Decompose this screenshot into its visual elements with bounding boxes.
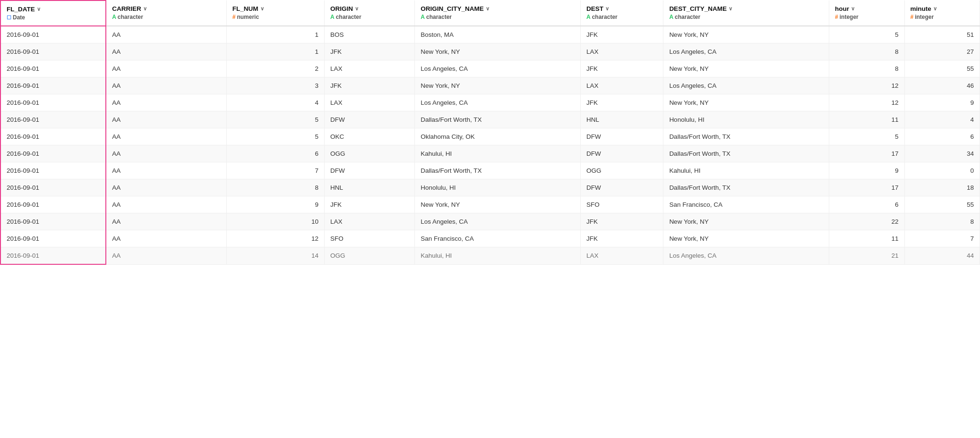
cell-fl_num: 8 [226,179,324,196]
cell-fl_num: 6 [226,145,324,162]
col-header-minute[interactable]: minute ∨#integer [904,0,980,26]
cell-origin: HNL [325,179,415,196]
cell-minute: 4 [904,111,980,128]
cell-fl_date: 2016-09-01 [0,128,106,145]
sort-icon-fl_num[interactable]: ∨ [260,6,264,12]
cell-minute: 55 [904,60,980,77]
cell-carrier: AA [106,77,226,94]
cell-minute: 44 [904,247,980,265]
cell-minute: 51 [904,26,980,43]
cell-hour: 8 [829,43,904,60]
sort-icon-carrier[interactable]: ∨ [143,6,147,12]
cell-dest_city: New York, NY [663,230,829,247]
cell-origin: OGG [325,145,415,162]
col-name-hour: hour [835,5,849,12]
cell-dest: JFK [581,230,663,247]
cell-carrier: AA [106,43,226,60]
cell-origin: LAX [325,94,415,111]
col-header-dest_city[interactable]: DEST_CITY_NAME ∨Acharacter [663,0,829,26]
type-icon-dest_city: A [669,14,673,20]
cell-dest: JFK [581,94,663,111]
type-icon-carrier: A [112,14,116,20]
sort-icon-dest_city[interactable]: ∨ [729,6,732,12]
cell-fl_num: 3 [226,77,324,94]
type-label-fl_num: numeric [237,14,259,20]
col-header-top-dest: DEST ∨ [586,5,657,12]
cell-origin_city: Oklahoma City, OK [415,128,581,145]
col-type-fl_num: #numeric [232,14,318,20]
type-label-dest: character [592,14,618,20]
col-header-fl_num[interactable]: FL_NUM ∨#numeric [226,0,324,26]
sort-icon-origin_city[interactable]: ∨ [486,6,490,12]
cell-carrier: AA [106,179,226,196]
cell-dest_city: New York, NY [663,60,829,77]
cell-dest: HNL [581,111,663,128]
sort-icon-minute[interactable]: ∨ [933,6,937,12]
cell-origin: SFO [325,230,415,247]
cell-origin: LAX [325,60,415,77]
col-type-hour: #integer [835,14,898,20]
col-header-top-minute: minute ∨ [911,5,974,12]
cell-dest_city: San Francisco, CA [663,196,829,213]
cell-minute: 6 [904,128,980,145]
cell-fl_date: 2016-09-01 [0,196,106,213]
cell-fl_num: 5 [226,111,324,128]
cell-hour: 17 [829,179,904,196]
col-header-hour[interactable]: hour ∨#integer [829,0,904,26]
col-header-dest[interactable]: DEST ∨Acharacter [581,0,663,26]
sort-icon-origin[interactable]: ∨ [355,6,359,12]
col-name-carrier: CARRIER [112,5,141,12]
cell-fl_num: 12 [226,230,324,247]
cell-fl_num: 1 [226,43,324,60]
cell-carrier: AA [106,162,226,179]
type-icon-minute: # [911,14,914,20]
col-type-dest: Acharacter [586,14,657,20]
col-header-fl_date[interactable]: FL_DATE ∨☐Date [0,0,106,26]
cell-hour: 5 [829,128,904,145]
cell-origin_city: Boston, MA [415,26,581,43]
type-icon-hour: # [835,14,838,20]
cell-fl_num: 14 [226,247,324,265]
cell-fl_date: 2016-09-01 [0,26,106,43]
col-header-origin_city[interactable]: ORIGIN_CITY_NAME ∨Acharacter [415,0,581,26]
cell-dest_city: Honolulu, HI [663,111,829,128]
cell-carrier: AA [106,60,226,77]
cell-hour: 8 [829,60,904,77]
col-header-carrier[interactable]: CARRIER ∨Acharacter [106,0,226,26]
col-header-top-origin: ORIGIN ∨ [330,5,409,12]
cell-origin: DFW [325,111,415,128]
table-row: 2016-09-01AA5DFWDallas/Fort Worth, TXHNL… [0,111,980,128]
cell-dest: OGG [581,162,663,179]
cell-origin_city: Honolulu, HI [415,179,581,196]
cell-minute: 34 [904,145,980,162]
type-label-carrier: character [118,14,143,20]
cell-origin: OKC [325,128,415,145]
col-name-fl_date: FL_DATE [7,6,35,13]
cell-fl_num: 1 [226,26,324,43]
cell-carrier: AA [106,145,226,162]
cell-fl_date: 2016-09-01 [0,230,106,247]
cell-hour: 9 [829,162,904,179]
cell-fl_date: 2016-09-01 [0,111,106,128]
data-table-container: FL_DATE ∨☐DateCARRIER ∨AcharacterFL_NUM … [0,0,980,265]
col-header-origin[interactable]: ORIGIN ∨Acharacter [325,0,415,26]
cell-fl_date: 2016-09-01 [0,247,106,265]
cell-minute: 55 [904,196,980,213]
type-icon-origin: A [330,14,335,20]
cell-origin_city: Los Angeles, CA [415,60,581,77]
sort-icon-hour[interactable]: ∨ [851,6,855,12]
cell-minute: 7 [904,230,980,247]
cell-fl_num: 9 [226,196,324,213]
sort-icon-fl_date[interactable]: ∨ [37,6,41,12]
col-name-minute: minute [911,5,931,12]
cell-minute: 18 [904,179,980,196]
cell-minute: 0 [904,162,980,179]
cell-dest_city: New York, NY [663,26,829,43]
col-header-top-fl_date: FL_DATE ∨ [7,6,100,13]
cell-origin_city: Los Angeles, CA [415,213,581,230]
sort-icon-dest[interactable]: ∨ [605,6,609,12]
col-type-carrier: Acharacter [112,14,221,20]
col-header-top-origin_city: ORIGIN_CITY_NAME ∨ [421,5,575,12]
cell-hour: 17 [829,145,904,162]
cell-dest_city: Los Angeles, CA [663,247,829,265]
